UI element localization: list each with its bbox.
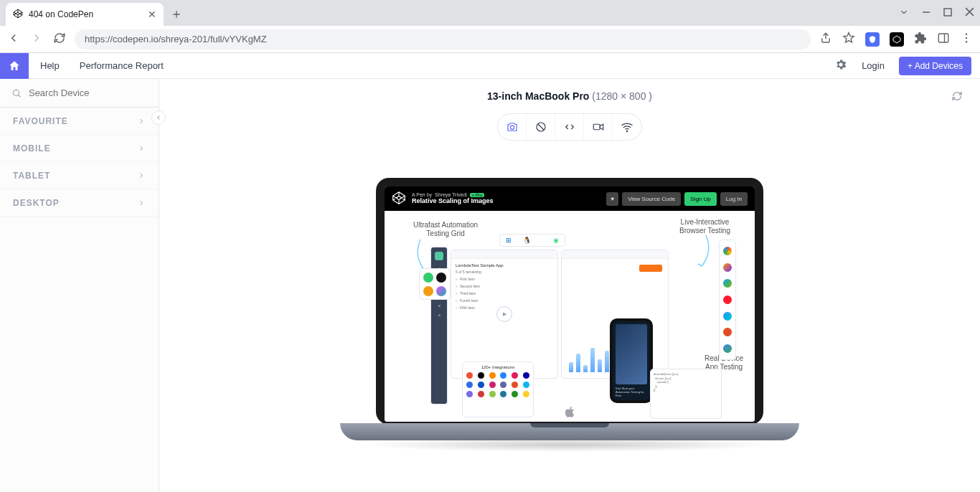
app-header: Help Performance Report Login + Add Devi… [0,53,980,79]
laptop-base [340,423,799,440]
search-input[interactable] [29,87,147,98]
tab-title: 404 on CodePen [29,9,142,19]
bookmark-star-icon[interactable] [842,32,855,47]
network-button[interactable] [613,114,641,140]
favourite-button[interactable]: ♥ [606,192,618,206]
codepen-favicon-icon [13,9,23,21]
svg-point-9 [626,131,628,132]
device-mockup: A Pen by Shreya Trivedi + Pro Relative S… [340,178,799,452]
sidebar-item-label: DESKTOP [13,198,60,208]
callout-browser-testing: Live-Interactive Browser Testing [679,218,730,235]
menu-help[interactable]: Help [40,60,60,71]
view-source-button[interactable]: View Source Code [622,192,681,206]
window-controls [899,0,980,26]
new-tab-button[interactable] [171,3,182,26]
menu-performance-report[interactable]: Performance Report [80,60,164,71]
settings-gear-icon[interactable] [834,58,847,73]
extension-codepen-icon[interactable] [890,32,904,47]
svg-point-2 [966,33,967,34]
home-button[interactable] [0,53,29,79]
chevron-down-icon[interactable] [899,7,909,19]
url-bar[interactable]: https://codepen.io/shreya-201/full/vYVKg… [75,29,811,49]
sample-app-panel: LambdaTest Sample App 5 of 5 remaining F… [451,250,558,379]
tab-close-icon[interactable]: ✕ [148,9,156,20]
screenshot-button[interactable] [498,114,527,140]
integrations-panel: 120+ Integrations [462,361,534,417]
browser-toolbar: https://codepen.io/shreya-201/full/vYVKg… [0,26,980,53]
sidebar-item-mobile[interactable]: MOBILE [0,135,159,162]
add-devices-button[interactable]: + Add Devices [899,57,971,75]
svg-rect-1 [938,34,948,42]
phone-mockup: Kick Start your Automation Testing for F… [610,318,653,403]
sidebar-item-label: TABLET [13,171,50,181]
sidebar-item-label: MOBILE [13,143,51,153]
reload-button[interactable] [53,32,66,47]
maximize-icon[interactable] [943,8,952,19]
os-icons-bar: ⊞🐧◉ [499,234,565,247]
chevron-right-icon [137,117,146,126]
login-button[interactable]: Log In [720,192,748,206]
svg-point-5 [13,90,19,95]
svg-point-4 [966,41,967,42]
sidebar-item-desktop[interactable]: DESKTOP [0,189,159,217]
refresh-devices-button[interactable] [951,90,963,105]
browser-tab-strip: 404 on CodePen ✕ [0,0,980,26]
device-screen[interactable]: A Pen by Shreya Trivedi + Pro Relative S… [385,186,755,422]
test-frameworks-panel [419,268,451,300]
browsers-panel [719,240,736,360]
close-window-icon[interactable] [965,7,974,19]
devtools-button[interactable] [555,114,584,140]
chevron-right-icon [137,144,146,153]
svg-rect-8 [593,124,600,130]
device-title: 13-inch MacBook Pro (1280 × 800 ) [487,90,652,102]
sidebar-search[interactable] [0,79,159,108]
browser-tab[interactable]: 404 on CodePen ✕ [6,3,164,26]
url-text: https://codepen.io/shreya-201/full/vYVKg… [85,34,267,44]
rotate-button[interactable] [527,114,555,140]
sidebar-item-label: FAVOURITE [13,116,68,126]
code-panel: describe('test',()=>{ it('runs',()=>{ cy… [650,369,722,419]
menu-dots-icon[interactable] [960,32,973,47]
svg-point-6 [510,126,514,129]
chevron-right-icon [137,199,146,207]
login-link[interactable]: Login [862,60,885,71]
chevron-right-icon [137,171,146,180]
minimize-icon[interactable] [922,8,930,19]
extension-shield-icon[interactable] [865,32,880,47]
main-preview-area: 13-inch MacBook Pro (1280 × 800 ) A Pen … [159,79,980,492]
video-button[interactable] [584,114,613,140]
pen-body: Ultrafast Automation Testing Grid Live-I… [385,211,755,422]
codepen-header: A Pen by Shreya Trivedi + Pro Relative S… [385,186,755,211]
codepen-logo-icon [392,191,406,207]
sidebar: FAVOURITE MOBILE TABLET DESKTOP [0,79,159,492]
search-icon [11,87,22,99]
svg-rect-0 [944,9,951,16]
sidebar-item-tablet[interactable]: TABLET [0,162,159,189]
pen-title: Relative Scaling of Images [412,198,494,205]
side-panel-icon[interactable] [937,32,950,47]
svg-point-3 [966,37,967,38]
callout-automation: Ultrafast Automation Testing Grid [413,221,478,238]
apple-logo-icon [563,405,576,419]
sidebar-item-favourite[interactable]: FAVOURITE [0,108,159,135]
back-button[interactable] [7,32,20,47]
share-icon[interactable] [819,32,832,47]
signup-button[interactable]: Sign Up [684,192,716,206]
forward-button[interactable] [30,32,43,47]
extensions-puzzle-icon[interactable] [914,32,927,47]
play-icon: ▶ [496,306,512,322]
device-toolbar [497,113,642,141]
